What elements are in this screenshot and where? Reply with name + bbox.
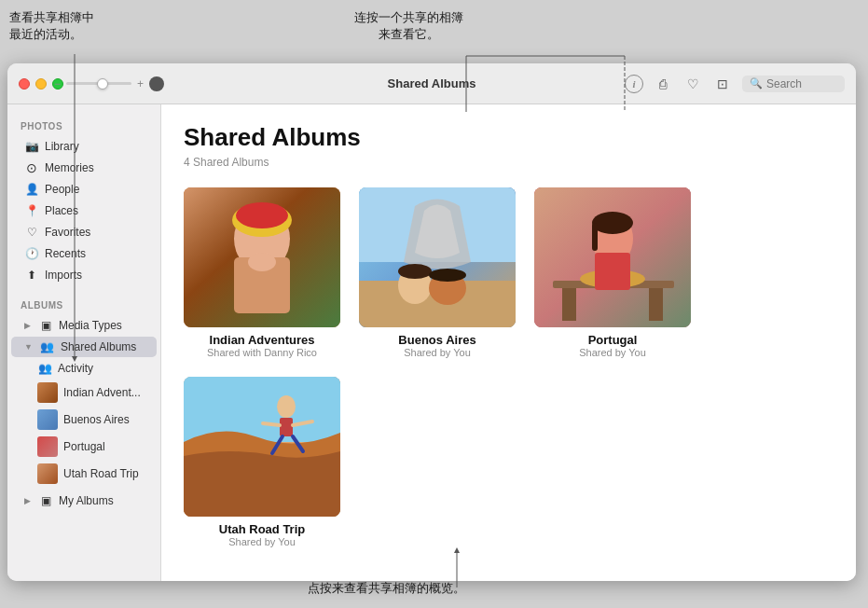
info-button[interactable]: i [625, 75, 643, 93]
sidebar-subitem-activity[interactable]: 👥 Activity [11, 358, 157, 379]
sidebar-photos-label: Photos [7, 114, 160, 135]
chevron-right-icon: ▶ [24, 321, 31, 330]
sidebar-subitem-buenos[interactable]: Buenos Aires [11, 407, 157, 433]
library-icon: 📷 [24, 139, 39, 154]
svg-rect-32 [592, 223, 598, 251]
my-albums-icon: ▣ [38, 493, 53, 508]
sidebar-subitem-utah[interactable]: Utah Road Trip [11, 461, 157, 487]
sidebar-item-places[interactable]: 📍 Places [11, 200, 157, 221]
sidebar-item-people[interactable]: 👤 People [11, 179, 157, 200]
album-name: Portugal [534, 333, 691, 347]
sidebar-subitem-label: Portugal [63, 440, 105, 453]
svg-line-37 [263, 423, 280, 425]
album-item-buenos[interactable]: Buenos Aires Shared by You [359, 187, 516, 358]
close-button[interactable] [19, 78, 30, 90]
content-area: Photos 📷 Library ⊙ Memories 👤 People 📍 P… [7, 104, 856, 581]
shared-albums-icon: 👥 [40, 339, 55, 354]
svg-point-11 [248, 253, 276, 271]
sidebar-item-media-types[interactable]: ▶ ▣ Media Types [11, 315, 157, 336]
sidebar-item-label: Library [45, 140, 79, 153]
album-item-utah[interactable]: Utah Road Trip Shared by You [184, 377, 340, 547]
places-icon: 📍 [24, 203, 39, 218]
chevron-right-icon: ▶ [24, 496, 31, 505]
album-cover-portugal [534, 187, 691, 327]
chevron-down-icon: ▼ [24, 342, 33, 352]
sidebar-subitem-label: Utah Road Trip [63, 467, 139, 480]
main-panel: Shared Albums 4 Shared Albums [161, 104, 856, 581]
album-cover-indian [184, 187, 340, 327]
albums-grid: Indian Adventures Shared with Danny Rico [184, 187, 834, 547]
view-mode-button[interactable] [149, 76, 164, 91]
svg-rect-24 [649, 288, 663, 321]
main-window: − + Shared Albums i ⎙ ♡ ⊡ 🔍 Photos [7, 63, 856, 581]
share-button[interactable]: ⎙ [653, 74, 673, 94]
sidebar-subitem-label: Activity [58, 362, 93, 375]
album-name: Utah Road Trip [184, 522, 340, 536]
annotation-top-left: 查看共享相簿中 最近的活动。 [9, 9, 94, 43]
svg-point-35 [277, 395, 296, 418]
album-photo-utah [184, 377, 340, 517]
titlebar: − + Shared Albums i ⎙ ♡ ⊡ 🔍 [7, 63, 856, 104]
svg-point-10 [236, 202, 288, 228]
sidebar-item-imports[interactable]: ⬆ Imports [11, 265, 157, 285]
sidebar-item-label: Favorites [45, 226, 90, 239]
page-title: Shared Albums [184, 123, 834, 152]
media-types-icon: ▣ [38, 318, 53, 333]
album-item-portugal[interactable]: Portugal Shared by You [534, 187, 691, 358]
sidebar-item-library[interactable]: 📷 Library [11, 136, 157, 157]
svg-rect-23 [562, 288, 576, 321]
sidebar-subitem-portugal[interactable]: Portugal [11, 434, 157, 460]
zoom-out-button[interactable]: − [54, 77, 61, 90]
activity-icon: 👥 [37, 361, 52, 376]
svg-rect-30 [595, 253, 630, 290]
album-cover-buenos [359, 187, 516, 327]
sidebar-item-memories[interactable]: ⊙ Memories [11, 158, 157, 178]
sidebar-item-recents[interactable]: 🕐 Recents [11, 243, 157, 264]
sidebar-item-label: Media Types [59, 319, 122, 332]
portugal-thumb [37, 436, 58, 457]
delete-button[interactable]: ⊡ [712, 74, 733, 94]
album-desc: Shared by You [359, 347, 516, 358]
sidebar-subitem-indian[interactable]: Indian Advent... [11, 380, 157, 406]
zoom-slider-area: − + [54, 76, 164, 91]
svg-rect-36 [280, 418, 293, 436]
annotation-top-center: 连按一个共享的相簿 来查看它。 [354, 9, 463, 43]
svg-point-19 [429, 269, 466, 282]
annotation-bottom-center: 点按来查看共享相簿的概览。 [308, 580, 465, 597]
recents-icon: 🕐 [24, 246, 39, 261]
album-item-indian[interactable]: Indian Adventures Shared with Danny Rico [184, 187, 340, 358]
album-desc: Shared by You [184, 536, 340, 547]
album-name: Buenos Aires [359, 333, 516, 347]
svg-point-31 [592, 212, 633, 234]
favorite-button[interactable]: ♡ [682, 74, 703, 94]
imports-icon: ⬆ [24, 268, 39, 283]
sidebar-item-label: Recents [45, 247, 86, 260]
svg-rect-34 [184, 377, 340, 442]
utah-thumb [37, 463, 58, 484]
sidebar-subitem-label: Indian Advent... [63, 386, 141, 399]
sidebar-item-label: Memories [45, 161, 94, 174]
search-box[interactable]: 🔍 [742, 76, 845, 92]
album-cover-utah [184, 377, 340, 517]
sidebar-item-label: People [45, 183, 79, 196]
people-icon: 👤 [24, 182, 39, 197]
search-icon: 🔍 [750, 77, 763, 90]
sidebar-item-my-albums[interactable]: ▶ ▣ My Albums [11, 491, 157, 511]
sidebar-item-label: Imports [45, 269, 82, 282]
indian-thumb [37, 382, 58, 403]
sidebar-item-shared-albums[interactable]: ▼ 👥 Shared Albums [11, 337, 157, 357]
search-input[interactable] [766, 77, 841, 90]
zoom-slider-track[interactable] [66, 82, 131, 85]
album-photo-portugal [534, 187, 691, 327]
sidebar-item-favorites[interactable]: ♡ Favorites [11, 222, 157, 242]
zoom-in-button[interactable]: + [137, 77, 144, 90]
minimize-button[interactable] [35, 78, 47, 90]
sidebar-albums-label: Albums [7, 293, 160, 314]
album-name: Indian Adventures [184, 333, 340, 347]
page-subtitle: 4 Shared Albums [184, 156, 834, 169]
album-desc: Shared with Danny Rico [184, 347, 340, 358]
favorites-icon: ♡ [24, 225, 39, 240]
toolbar-right: i ⎙ ♡ ⊡ 🔍 [625, 74, 845, 94]
zoom-slider-thumb[interactable] [97, 78, 108, 90]
sidebar-item-label: Shared Albums [61, 340, 136, 353]
